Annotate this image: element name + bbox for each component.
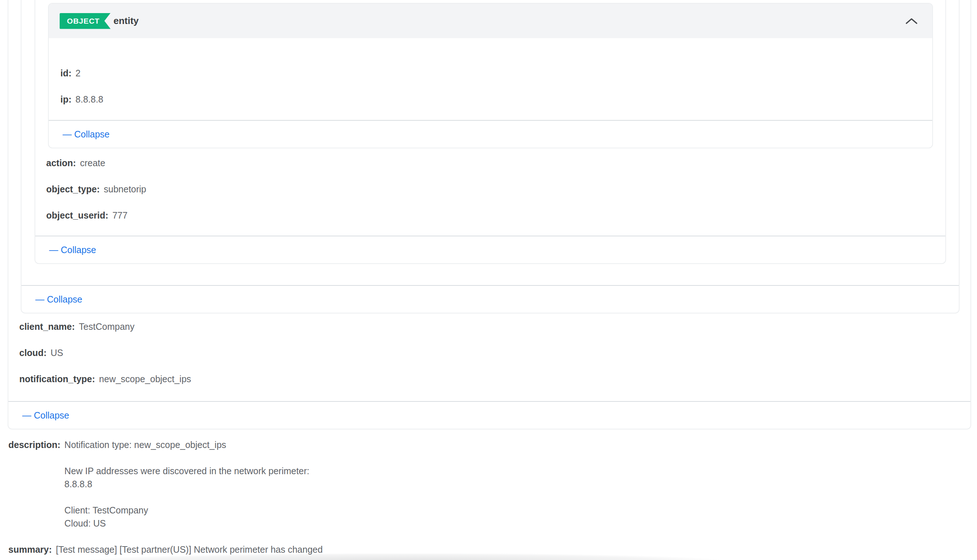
- field-ip: ip: 8.8.8.8: [60, 86, 921, 112]
- objects-wrapper-footer: — Collapse: [22, 285, 959, 313]
- collapse-link-objects[interactable]: — Collapse: [35, 294, 82, 305]
- entity-wrapper-footer: — Collapse: [35, 236, 945, 263]
- entity-panel-header: OBJECT entity: [49, 3, 932, 38]
- field-id: id: 2: [60, 60, 921, 86]
- entity-panel-title: entity: [113, 15, 138, 27]
- entity-object-panel: OBJECT entity id: 2 ip: 8.8.: [48, 3, 933, 148]
- field-label: id:: [60, 60, 72, 86]
- field-value: [Test message] [Test partner(US)] Networ…: [56, 537, 323, 560]
- collapse-panel-button[interactable]: [905, 17, 918, 25]
- field-cloud: cloud: US: [19, 340, 960, 366]
- collapse-link-entity-wrapper[interactable]: — Collapse: [49, 245, 96, 255]
- collapse-link-notification[interactable]: — Collapse: [22, 410, 69, 421]
- field-label: summary:: [8, 537, 52, 560]
- field-label: ip:: [60, 86, 72, 112]
- notification-fields: client_name: TestCompany cloud: US notif…: [8, 313, 970, 401]
- field-value: new_scope_object_ips: [99, 366, 191, 392]
- entity-wrapper-fields: action: create object_type: subnetorip o…: [35, 148, 945, 236]
- notification-object-panel: OBJECT entity id: 2 ip: 8.8.: [8, 0, 971, 430]
- field-value: TestCompany: [79, 313, 135, 340]
- field-summary: summary: [Test message] [Test partner(US…: [8, 537, 962, 560]
- field-value: US: [50, 340, 63, 366]
- field-value: create: [80, 150, 105, 176]
- objects-wrapper-panel: OBJECT entity id: 2 ip: 8.8.: [21, 0, 960, 313]
- field-value: 2: [76, 60, 81, 86]
- entity-wrapper-panel: OBJECT entity id: 2 ip: 8.8.: [35, 0, 946, 264]
- field-label: description:: [8, 438, 60, 530]
- root-fields: description: Notification type: new_scop…: [0, 430, 977, 560]
- field-object-userid: object_userid: 777: [46, 202, 934, 228]
- field-label: object_userid:: [46, 202, 108, 228]
- entity-panel-footer: — Collapse: [49, 120, 932, 148]
- field-value: 777: [112, 202, 128, 228]
- field-value: 8.8.8.8: [76, 86, 103, 112]
- field-notification-type: notification_type: new_scope_object_ips: [19, 366, 960, 392]
- field-client-name: client_name: TestCompany: [19, 313, 960, 340]
- field-value: Notification type: new_scope_object_ips …: [64, 438, 309, 530]
- field-object-type: object_type: subnetorip: [46, 176, 934, 202]
- field-label: object_type:: [46, 176, 100, 202]
- field-label: action:: [46, 150, 76, 176]
- field-description: description: Notification type: new_scop…: [8, 432, 962, 537]
- chevron-up-icon: [905, 17, 918, 25]
- notification-panel-footer: — Collapse: [8, 401, 970, 429]
- object-type-badge: OBJECT: [60, 13, 110, 29]
- field-label: cloud:: [19, 340, 47, 366]
- collapse-link-entity[interactable]: — Collapse: [63, 129, 110, 140]
- field-label: notification_type:: [19, 366, 95, 392]
- entity-panel-body: id: 2 ip: 8.8.8.8: [49, 38, 932, 120]
- field-action: action: create: [46, 150, 934, 176]
- field-label: client_name:: [19, 313, 75, 340]
- field-value: subnetorip: [104, 176, 146, 202]
